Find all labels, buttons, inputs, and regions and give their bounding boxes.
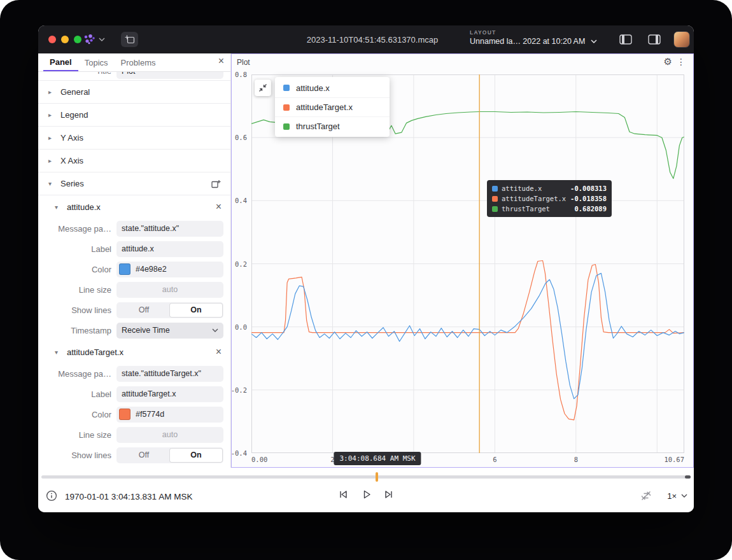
series-header-attitude-x[interactable]: ▾ attitude.x × [38,195,230,218]
field-row: Show lines Off On [38,300,230,320]
playback-info-button[interactable] [46,490,57,501]
timestamp-select[interactable]: Receive Time [116,323,223,339]
window-title: 2023-11-10T04:51:45.631370.mcap [307,35,438,45]
right-sidebar-icon [648,34,661,45]
section-legend[interactable]: ▸ Legend [38,104,230,127]
series-header-attitude-target-x[interactable]: ▾ attitudeTarget.x × [38,340,230,363]
layout-label: LAYOUT [470,29,597,36]
color-swatch[interactable] [119,263,130,275]
playback-right-controls: 1× [640,490,687,501]
legend-collapse-button[interactable] [255,80,271,96]
section-x-axis[interactable]: ▸ X Axis [38,150,230,172]
label-input[interactable]: attitude.x [116,241,223,257]
title-field-input[interactable]: Plot [116,72,223,79]
chart-hover-tooltip: attitude.x -0.008313 attitudeTarget.x -0… [487,180,612,217]
section-series[interactable]: ▾ Series [38,172,230,195]
zoom-window-button[interactable] [74,36,81,43]
titlebar: 2023-11-10T04:51:45.631370.mcap LAYOUT U… [38,25,694,53]
transport-controls [337,489,395,500]
tooltip-row: thrustTarget 0.682089 [492,204,607,214]
app-window: 2023-11-10T04:51:45.631370.mcap LAYOUT U… [38,25,694,512]
tab-topics[interactable]: Topics [78,53,115,71]
loop-off-button[interactable] [640,490,652,501]
x-tick-label: 8 [574,456,578,463]
left-sidebar-icon [619,34,632,45]
legend-item[interactable]: attitude.x [275,78,390,97]
message-path-input[interactable]: state."attitude.x" [116,221,223,237]
panel-menu-button[interactable]: ⋮ [677,57,686,67]
seek-backward-icon [337,489,349,500]
label-input[interactable]: attitudeTarget.x [116,386,223,402]
x-tick-label: 0.00 [251,456,267,463]
add-series-icon [211,179,222,189]
info-icon [46,490,57,501]
play-button[interactable] [360,489,372,500]
caret-right-icon: ▸ [48,88,55,95]
line-size-input[interactable]: auto [116,282,223,298]
field-row: Message pa… state."attitudeTarget.x" [38,363,230,384]
foxglove-logo-icon [83,34,95,45]
seek-forward-button[interactable] [383,489,395,500]
right-sidebar-toggle-button[interactable] [647,34,661,45]
app-menu-button[interactable] [83,34,105,45]
title-field-label: Title [38,72,111,76]
add-panel-button[interactable] [121,32,138,47]
playback-scrubber[interactable] [41,475,691,479]
playback-scrubber-handle[interactable] [376,472,378,482]
show-lines-toggle[interactable]: Off On [116,447,223,463]
playback-bar: 1970-01-01 3:04:13.831 AM MSK [38,468,694,512]
legend: attitude.x attitudeTarget.x thrustTarget [275,77,390,137]
tooltip-row: attitudeTarget.x -0.018358 [492,193,607,204]
seek-forward-icon [383,489,395,500]
field-row: Show lines Off On [38,445,230,465]
chevron-down-icon [591,39,597,43]
section-general[interactable]: ▸ General [38,81,230,104]
add-series-button[interactable] [211,179,222,189]
playback-speed-control[interactable]: 1× [667,491,687,501]
caret-right-icon: ▸ [48,157,55,164]
caret-down-icon: ▾ [55,349,61,356]
tooltip-swatch [492,186,498,192]
show-lines-on-option[interactable]: On [170,449,222,462]
line-size-input[interactable]: auto [116,427,223,443]
y-tick-label: -0.4 [231,449,247,457]
sidebar-scroll-area: Title Plot ▸ General ▸ Legend ▸ Y Axis ▸ [38,72,230,468]
remove-series-button[interactable]: × [216,201,222,213]
panel-settings-button[interactable]: ⚙ [664,56,672,67]
tooltip-row: attitude.x -0.008313 [492,183,607,193]
series-line-attitudeTarget.x [251,261,684,420]
field-row: Color #4e98e2 [38,259,230,279]
color-input[interactable]: #f5774d [116,407,223,423]
close-window-button[interactable] [48,36,56,43]
legend-item[interactable]: attitudeTarget.x [275,97,390,116]
show-lines-toggle[interactable]: Off On [116,302,223,318]
left-sidebar-toggle-button[interactable] [619,34,633,45]
series-line-attitude.x [251,273,684,398]
layout-selector[interactable]: LAYOUT Unnamed la… 2022 at 10:20 AM [470,29,597,46]
sidebar-tabbar: Panel Topics Problems × [38,53,230,72]
close-sidebar-button[interactable]: × [218,55,224,67]
tab-panel[interactable]: Panel [43,53,78,71]
minimize-window-button[interactable] [61,36,69,43]
color-swatch[interactable] [119,409,130,420]
field-row: Label attitude.x [38,239,230,259]
color-input[interactable]: #4e98e2 [116,262,223,277]
field-row: Color #f5774d [38,404,230,424]
show-lines-off-option[interactable]: Off [118,449,170,462]
user-avatar[interactable] [673,31,690,48]
section-y-axis[interactable]: ▸ Y Axis [38,127,230,150]
scrub-hover-tooltip: 3:04:08.684 AM MSK [334,452,421,465]
legend-swatch [283,85,290,91]
y-tick-label: 0.0 [235,323,247,331]
panel-title-row: Title Plot [38,72,230,81]
remove-series-button[interactable]: × [216,346,222,358]
seek-backward-button[interactable] [337,489,349,500]
tab-problems[interactable]: Problems [115,53,162,71]
show-lines-off-option[interactable]: Off [118,304,170,317]
show-lines-on-option[interactable]: On [170,304,222,317]
message-path-input[interactable]: state."attitudeTarget.x" [116,366,223,382]
legend-item[interactable]: thrustTarget [275,116,390,136]
chevron-down-icon [99,38,105,41]
plot-panel[interactable]: Plot ⚙ ⋮ 0.80.60.40.20.0-0.2-0.4 0.00246… [231,53,694,468]
playback-timestamp: 1970-01-01 3:04:13.831 AM MSK [65,492,192,501]
